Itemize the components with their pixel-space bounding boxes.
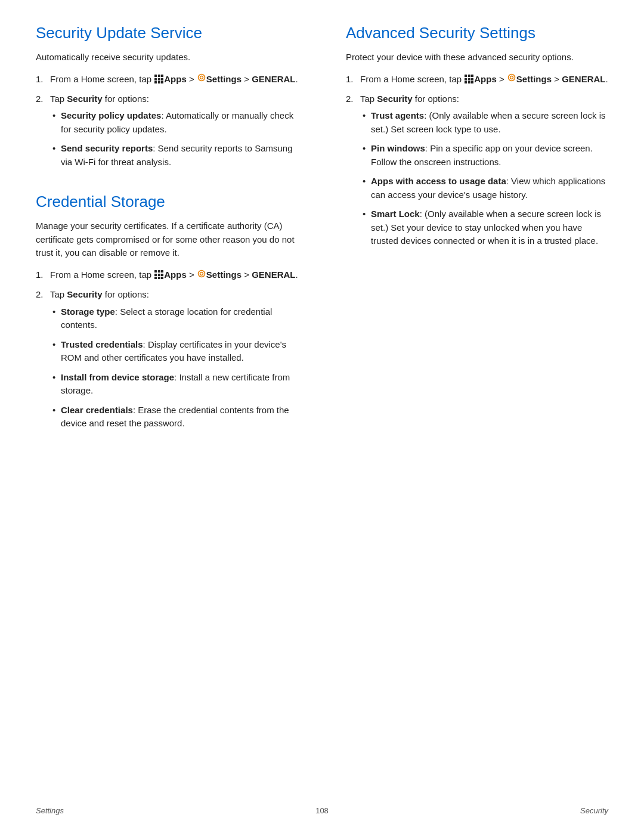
cs-step-number-1: 1. xyxy=(36,268,47,282)
step-number-1: 1. xyxy=(36,73,47,86)
svg-point-2 xyxy=(200,272,203,275)
sus-bullet-2: Send security reports: Send security rep… xyxy=(50,142,298,169)
svg-point-0 xyxy=(200,76,203,79)
sus-step-1-content: From a Home screen, tap Apps > xyxy=(50,73,298,86)
page-container: Security Update Service Automatically re… xyxy=(0,0,644,833)
ass-step-1: 1. From a Home screen, tap Apps > xyxy=(346,73,608,86)
cs-bullet-1: Storage type: Select a storage location … xyxy=(50,305,298,332)
apps-icon-sus-1 xyxy=(154,75,163,83)
cs-bullet-2: Trusted credentials: Display certificate… xyxy=(50,338,298,365)
ass-bullet-3-term: Apps with access to usage data xyxy=(371,176,506,186)
security-label-ass-2: Security xyxy=(377,94,412,104)
left-column: Security Update Service Automatically re… xyxy=(36,24,322,797)
security-label-cs-2: Security xyxy=(67,289,102,299)
ass-bullet-2: Pin windows: Pin a specific app on your … xyxy=(360,142,608,169)
settings-icon-cs-1 xyxy=(197,268,206,282)
cs-bullet-4-term: Clear credentials xyxy=(61,405,133,415)
sus-step-2: 2. Tap Security for options: Security po… xyxy=(36,92,298,175)
section-title-cs: Credential Storage xyxy=(36,193,298,211)
security-label-sus-2: Security xyxy=(67,94,102,104)
section-intro-cs: Manage your security certificates. If a … xyxy=(36,219,298,260)
security-update-service-section: Security Update Service Automatically re… xyxy=(36,24,298,175)
sus-step-1: 1. From a Home screen, tap Apps > xyxy=(36,73,298,86)
cs-step-1-content: From a Home screen, tap Apps > xyxy=(50,268,298,282)
sus-bullet-1-term: Security policy updates xyxy=(61,110,161,120)
general-label-cs-1: GENERAL xyxy=(252,270,295,280)
sus-bullet-1: Security policy updates: Automatically o… xyxy=(50,109,298,136)
cs-bullet-3: Install from device storage: Install a n… xyxy=(50,371,298,398)
ass-step-number-1: 1. xyxy=(346,73,357,86)
settings-label-sus-1: Settings xyxy=(206,74,242,84)
ass-bullet-3: Apps with access to usage data: View whi… xyxy=(360,175,608,202)
cs-bullet-list: Storage type: Select a storage location … xyxy=(50,305,298,431)
cs-steps: 1. From a Home screen, tap Apps > xyxy=(36,268,298,436)
apps-label-sus-1: Apps xyxy=(164,74,187,84)
ass-bullet-2-term: Pin windows xyxy=(371,143,425,153)
ass-bullet-1-term: Trust agents xyxy=(371,110,424,120)
settings-label-ass-1: Settings xyxy=(516,74,552,84)
ass-step-2-content: Tap Security for options: Trust agents: … xyxy=(360,92,608,254)
svg-point-1 xyxy=(198,75,205,81)
cs-bullet-1-term: Storage type xyxy=(61,306,115,317)
ass-step-1-content: From a Home screen, tap Apps > xyxy=(360,73,608,86)
cs-step-number-2: 2. xyxy=(36,288,47,302)
cs-step-1: 1. From a Home screen, tap Apps > xyxy=(36,268,298,282)
footer-right: Security xyxy=(580,806,608,815)
cs-step-2: 2. Tap Security for options: Storage typ… xyxy=(36,288,298,436)
svg-point-5 xyxy=(508,75,515,81)
section-title-ass: Advanced Security Settings xyxy=(346,24,608,42)
footer-center: 108 xyxy=(315,806,329,815)
apps-label-ass-1: Apps xyxy=(474,74,497,84)
right-column: Advanced Security Settings Protect your … xyxy=(322,24,608,797)
ass-step-number-2: 2. xyxy=(346,92,357,106)
cs-bullet-2-term: Trusted credentials xyxy=(61,339,143,349)
settings-label-cs-1: Settings xyxy=(206,270,242,280)
ass-steps: 1. From a Home screen, tap Apps > xyxy=(346,73,608,254)
footer-left: Settings xyxy=(36,806,64,815)
ass-bullet-list: Trust agents: (Only available when a sec… xyxy=(360,109,608,248)
sus-bullet-2-term: Send security reports xyxy=(61,143,153,153)
sus-steps: 1. From a Home screen, tap Apps > xyxy=(36,73,298,175)
ass-bullet-4: Smart Lock: (Only available when a secur… xyxy=(360,208,608,248)
advanced-security-section: Advanced Security Settings Protect your … xyxy=(346,24,608,254)
apps-icon-ass-1 xyxy=(465,75,473,83)
apps-icon-cs-1 xyxy=(154,270,163,279)
settings-icon-sus-1 xyxy=(197,72,206,86)
cs-bullet-3-term: Install from device storage xyxy=(61,372,174,382)
general-label-sus-1: GENERAL xyxy=(252,74,295,84)
ass-bullet-1: Trust agents: (Only available when a sec… xyxy=(360,109,608,136)
credential-storage-section: Credential Storage Manage your security … xyxy=(36,193,298,436)
cs-step-2-content: Tap Security for options: Storage type: … xyxy=(50,288,298,436)
section-title-sus: Security Update Service xyxy=(36,24,298,42)
footer: Settings 108 Security xyxy=(36,794,608,815)
apps-label-cs-1: Apps xyxy=(164,270,187,280)
settings-icon-ass-1 xyxy=(507,72,516,86)
sus-bullet-list: Security policy updates: Automatically o… xyxy=(50,109,298,169)
cs-bullet-4: Clear credentials: Erase the credential … xyxy=(50,404,298,431)
section-intro-ass: Protect your device with these advanced … xyxy=(346,51,608,64)
columns: Security Update Service Automatically re… xyxy=(36,24,608,797)
sus-step-2-content: Tap Security for options: Security polic… xyxy=(50,92,298,175)
step-number-2: 2. xyxy=(36,92,47,106)
ass-step-2: 2. Tap Security for options: Trust agent… xyxy=(346,92,608,254)
svg-point-3 xyxy=(198,270,205,277)
general-label-ass-1: GENERAL xyxy=(562,74,605,84)
svg-point-4 xyxy=(510,76,513,79)
ass-bullet-4-term: Smart Lock xyxy=(371,209,420,219)
section-intro-sus: Automatically receive security updates. xyxy=(36,51,298,64)
